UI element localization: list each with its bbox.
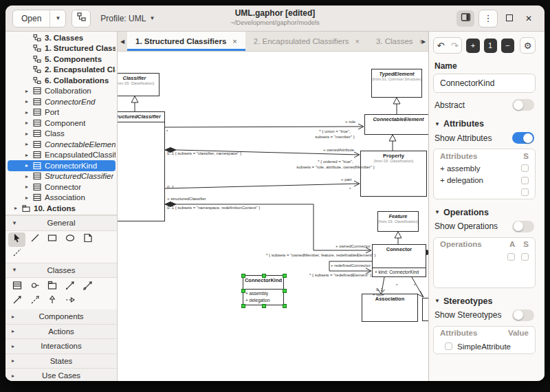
expander-icon[interactable]: ▸ xyxy=(25,195,33,201)
zoom-out-button[interactable]: − xyxy=(501,39,514,53)
composite-association-tool[interactable] xyxy=(62,279,79,294)
list-row[interactable]: + delegation xyxy=(434,175,535,187)
toolbox-section-interactions[interactable]: ▸Interactions xyxy=(6,339,117,354)
toolbox-section-states[interactable]: ▸States xyxy=(6,354,117,369)
selection-handle[interactable] xyxy=(262,304,266,308)
association-tool[interactable] xyxy=(8,294,25,308)
generalization-tool[interactable] xyxy=(44,294,61,308)
tree-item-connectorkind[interactable]: ▸ConnectorKind xyxy=(8,160,116,171)
tree-item-3-classes[interactable]: 3. Classes xyxy=(8,32,116,43)
dependency-tool[interactable] xyxy=(26,294,43,308)
selection-handle[interactable] xyxy=(241,289,245,293)
uml-box-connector[interactable]: Connector+ kind: ConnectorKind xyxy=(372,244,426,277)
tree-item-port[interactable]: ▸Port xyxy=(8,107,116,118)
expander-icon[interactable]: ▸ xyxy=(25,109,33,116)
tree-item-connectorend[interactable]: ▸ConnectorEnd xyxy=(8,96,116,107)
toolbox-section-components[interactable]: ▸Components xyxy=(6,309,117,325)
ellipse-tool[interactable] xyxy=(62,232,79,247)
tab-close-icon[interactable]: × xyxy=(232,37,236,45)
settings-button[interactable]: ⚙ xyxy=(520,37,536,54)
open-button[interactable]: Open xyxy=(13,10,50,27)
list-row[interactable] xyxy=(434,251,535,263)
shared-association-tool[interactable] xyxy=(80,279,97,294)
toolbox-section-use-cases[interactable]: ▸Use Cases xyxy=(6,369,117,381)
uml-box-classifier[interactable]: Classifier(from 03. Classification) xyxy=(118,73,160,96)
tree-item-structuredclassifier[interactable]: ▸StructuredClassifier xyxy=(8,171,116,182)
diagram-canvas[interactable]: Classifier(from 03. Classification)Struc… xyxy=(118,52,428,381)
package-tool[interactable] xyxy=(44,279,61,294)
static-checkbox[interactable] xyxy=(521,253,529,261)
line-tool[interactable] xyxy=(26,232,43,247)
expander-icon[interactable]: ▸ xyxy=(25,120,33,126)
expander-icon[interactable]: ▸ xyxy=(25,173,33,179)
stereotype-row[interactable]: SimpleAttribute xyxy=(434,340,535,353)
tree-item-5-components[interactable]: 5. Components xyxy=(8,54,116,65)
tree-item-association[interactable]: ▸Association xyxy=(8,193,116,204)
tab-2-encapsulated-classifiers[interactable]: 2. Encapsulated Classifiers× xyxy=(245,32,368,51)
menu-button[interactable]: ⋮ xyxy=(478,10,498,28)
zoom-original-button[interactable]: 1 xyxy=(484,39,497,53)
tree-item-component[interactable]: ▸Component xyxy=(8,118,116,129)
static-checkbox[interactable] xyxy=(521,164,529,172)
uml-box-association[interactable]: Association xyxy=(362,294,418,322)
show-stereotypes-toggle[interactable] xyxy=(512,309,534,321)
static-checkbox[interactable] xyxy=(521,188,529,196)
selection-handle[interactable] xyxy=(283,304,287,308)
expander-icon[interactable]: ▸ xyxy=(25,162,33,168)
uml-box-structured-classifier[interactable]: StructuredClassifier xyxy=(118,111,165,221)
stereotypes-section-header[interactable]: ▼ Stereotypes xyxy=(434,296,534,306)
tab-close-icon[interactable]: × xyxy=(355,37,359,45)
redo-button[interactable]: ↷ xyxy=(448,38,461,53)
uml-box-feature[interactable]: Feature(from 03. Classification) xyxy=(377,211,419,232)
open-dropdown-button[interactable]: ▼ xyxy=(50,10,65,27)
apply-stereotype-checkbox[interactable] xyxy=(445,342,452,350)
toolbox-section-actions[interactable]: ▸Actions xyxy=(6,325,117,340)
tree-item-2-encapsulated-classifiers[interactable]: 2. Encapsulated Classifiers xyxy=(8,65,116,76)
attributes-section-header[interactable]: ▼ Attributes xyxy=(434,119,534,129)
uml-box-connector-kind[interactable]: ConnectorKind+ assembly+ delegation xyxy=(243,275,284,305)
pointer-tool[interactable] xyxy=(8,232,25,247)
expander-icon[interactable]: ▸ xyxy=(25,88,33,94)
class-tool[interactable] xyxy=(8,279,25,294)
selection-handle[interactable] xyxy=(241,304,245,308)
abstract-toggle[interactable] xyxy=(512,99,534,111)
tree-item-collaboration[interactable]: ▸Collaboration xyxy=(8,86,116,97)
expander-icon[interactable]: ▸ xyxy=(25,152,33,158)
show-attributes-toggle[interactable] xyxy=(512,132,534,144)
new-diagram-button[interactable] xyxy=(72,10,91,28)
tab-3-classes[interactable]: 3. Classes× xyxy=(368,32,432,51)
tab-close-icon[interactable]: × xyxy=(419,37,424,45)
comment-tool[interactable] xyxy=(80,232,97,247)
uml-box-property[interactable]: Property(from 03. Classification) xyxy=(360,151,427,197)
undo-button[interactable]: ↶ xyxy=(434,38,448,53)
zoom-in-button[interactable]: + xyxy=(466,39,479,53)
selection-handle[interactable] xyxy=(262,274,266,278)
comment-line-tool[interactable] xyxy=(8,247,25,261)
tab-1-structured-classifiers[interactable]: 1. Structured Classifiers× xyxy=(127,32,245,51)
list-row[interactable]: + assembly xyxy=(434,162,535,175)
tree-item-10-actions[interactable]: ▸10. Actions xyxy=(8,203,116,214)
tab-scroll-left-icon[interactable]: ◀ xyxy=(118,32,127,51)
profile-button[interactable]: Profile: UML ▼ xyxy=(96,14,159,23)
tree-item-encapsulatedclassifier[interactable]: ▸EncapsulatedClassifier xyxy=(8,150,116,161)
expander-icon[interactable]: ▸ xyxy=(25,184,33,190)
toolbox-section-general[interactable]: ▼General xyxy=(6,215,117,231)
toolbox-section-classes[interactable]: ▼Classes xyxy=(6,263,117,279)
tree-item-connectableelement[interactable]: ▸ConnectableElement xyxy=(8,139,116,150)
uml-box-clipped-box[interactable] xyxy=(422,298,428,321)
expander-icon[interactable]: ▸ xyxy=(14,205,22,211)
uml-box-typed-element[interactable]: TypedElement(from 01. Common Structure) xyxy=(371,69,422,98)
tree-item-6-collaborations[interactable]: 6. Collaborations xyxy=(8,75,116,86)
tree-item-class[interactable]: ▸Class xyxy=(8,129,116,140)
operations-section-header[interactable]: ▼ Operations xyxy=(434,208,534,217)
maximize-button[interactable] xyxy=(502,14,517,23)
uml-box-connectable-element[interactable]: ConnectableElement xyxy=(364,114,428,135)
selection-handle[interactable] xyxy=(283,274,287,278)
selection-handle[interactable] xyxy=(241,274,245,278)
interface-realization-tool[interactable] xyxy=(62,294,79,308)
sidebar-toggle-button[interactable] xyxy=(456,10,474,27)
show-operations-toggle[interactable] xyxy=(512,221,534,232)
tree-item-1-structured-classifiers[interactable]: 1. Structured Classifiers xyxy=(8,43,116,54)
static-checkbox[interactable] xyxy=(521,177,529,184)
name-input[interactable]: ConnectorKind xyxy=(433,74,536,93)
